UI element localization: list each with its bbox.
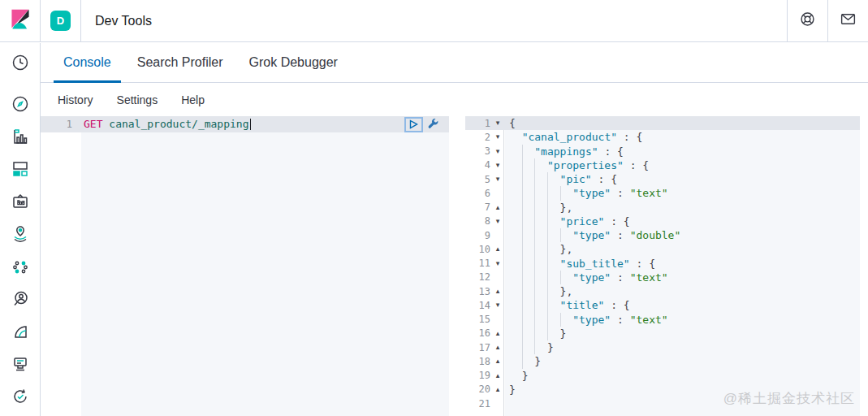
help-life-ring-icon [799,11,816,31]
person-magnifier-icon [11,289,30,309]
response-code: { [505,116,860,130]
sidebar-item-recent[interactable] [11,53,30,72]
fold-open-icon[interactable]: ▾ [490,218,505,225]
indent-guide [534,172,547,186]
indent-guide [522,201,535,214]
indent-guide [522,327,535,340]
response-line: 7▴}, [465,201,860,214]
response-rows: 1▾{2▾"canal_product" : {3▾"mappings" : {… [465,116,860,410]
fold-open-icon[interactable]: ▾ [490,301,505,309]
kibana-logo-button[interactable] [0,0,41,41]
response-line: 5▾"pic" : { [465,172,860,186]
request-actions [404,117,441,132]
response-code: "properties" : { [505,158,860,172]
bar-chart-flag-icon [11,127,30,146]
sidebar-item-apm[interactable] [11,354,30,374]
indent-guide [547,271,560,284]
menu-history[interactable]: History [53,90,98,110]
response-line: 18▴} [465,354,860,368]
sidebar-item-discover[interactable] [11,94,30,114]
help-button[interactable] [787,0,827,41]
response-line-number: 20 [465,384,490,395]
fold-open-icon[interactable]: ▾ [490,119,505,127]
response-code: "type" : "text" [505,313,860,327]
pane-resize-handle[interactable] [449,116,465,416]
request-options-button[interactable] [425,117,441,132]
sidebar-item-dashboard[interactable] [11,159,30,179]
indent-guide [547,172,560,186]
sidebar-item-machine-learning[interactable] [11,257,30,276]
indent-guide [522,172,535,186]
response-editor-pane[interactable]: 1▾{2▾"canal_product" : {3▾"mappings" : {… [465,116,860,416]
response-line-number: 21 [465,398,490,410]
response-code: "title" : { [505,298,860,312]
indent-guide [534,327,547,340]
tab-search-profiler-label: Search Profiler [137,55,223,70]
response-code: } [505,354,860,368]
fold-close-icon[interactable]: ▴ [490,330,505,337]
fold-open-icon[interactable]: ▾ [490,148,505,155]
fold-open-icon[interactable]: ▾ [490,176,505,183]
indent-guide [547,201,560,214]
indent-guide [522,284,535,298]
fold-close-icon[interactable]: ▴ [490,372,505,379]
breadcrumb: Dev Tools [81,0,152,41]
tab-console-label: Console [63,55,111,70]
indent-guide [522,186,535,200]
response-line: 8▾"price" : { [465,214,860,228]
request-editor-pane[interactable]: 1 GET canal_product/_mapping [41,116,449,416]
envelope-icon [840,11,857,31]
response-code: "type" : "text" [505,271,860,284]
indent-guide [534,201,547,214]
fold-close-icon[interactable]: ▴ [490,245,505,253]
response-line-number: 18 [465,356,490,367]
tab-grok-debugger[interactable]: Grok Debugger [240,43,348,82]
indent-guide [547,284,560,298]
tab-search-profiler[interactable]: Search Profiler [127,43,233,82]
space-switcher-button[interactable]: D [41,0,81,41]
fold-close-icon[interactable]: ▴ [490,204,505,211]
clock-icon [11,53,30,72]
menu-settings[interactable]: Settings [112,90,163,110]
fold-open-icon[interactable]: ▾ [490,260,505,267]
sidebar-item-uptime[interactable] [11,387,30,406]
response-code: } [505,369,860,383]
response-line-number: 8 [465,215,490,227]
fold-close-icon[interactable]: ▴ [490,358,505,365]
indent-guide [560,313,573,327]
request-line-1[interactable]: 1 GET canal_product/_mapping [41,116,449,132]
response-line-number: 11 [465,258,490,269]
send-request-button[interactable] [404,117,423,132]
indent-guide [560,186,573,200]
fold-close-icon[interactable]: ▴ [490,288,505,295]
indent-guide [547,214,560,228]
sidebar-item-maps[interactable] [11,224,30,244]
fold-close-icon[interactable]: ▴ [490,386,505,393]
indent-guide [522,271,535,284]
indent-guide [547,186,560,200]
response-line-number: 1 [465,118,490,129]
sidebar-item-graph[interactable] [11,289,30,309]
indent-guide [522,228,535,242]
fold-close-icon[interactable]: ▴ [490,344,505,351]
tab-console[interactable]: Console [54,43,121,82]
indent-guide [522,313,535,327]
indent-guide [547,257,560,271]
indent-guide [560,228,573,242]
fold-open-icon[interactable]: ▾ [490,133,505,141]
indent-guide [534,242,547,256]
indent-guide [522,158,535,172]
sidebar-item-canvas[interactable] [11,192,30,211]
newsfeed-button[interactable] [827,0,868,41]
watermark-text: @稀土掘金技术社区 [723,389,855,408]
response-line: 9"type" : "double" [465,228,860,242]
response-line-number: 6 [465,188,490,199]
sidebar-item-visualize[interactable] [11,127,30,146]
indent-guide [522,298,535,312]
indent-guide [534,313,547,327]
fold-open-icon[interactable]: ▾ [490,162,505,169]
indent-guide [522,340,535,354]
menu-help[interactable]: Help [176,90,209,110]
sidebar-item-metrics[interactable] [11,322,30,341]
map-pin-layers-icon [11,224,30,244]
